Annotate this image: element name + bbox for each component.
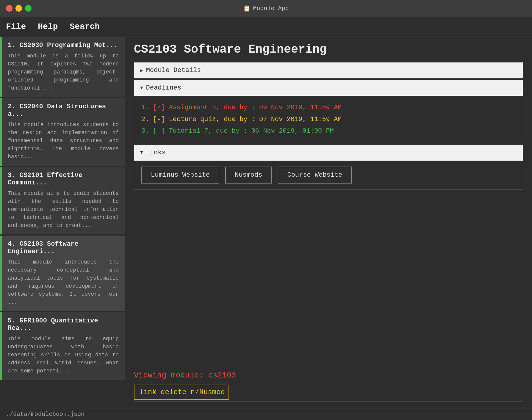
minimize-button[interactable] [15,5,22,12]
module-desc-3: This module aims to equip students with … [8,189,119,230]
menu-help[interactable]: Help [38,22,58,31]
deadlines-header[interactable]: ▼ Deadlines [134,80,523,96]
section-links: ▼ Links Luminus Website Nusmods Course W… [134,145,523,190]
module-title-2: 2. CS2040 Data Structures a... [8,103,119,118]
titlebar: 📋 Module App [0,0,532,17]
triangle-down-links-icon: ▼ [140,150,143,155]
deadline-item-2: 2. [-] Lecture quiz, due by : 07 Nov 201… [141,114,516,126]
triangle-right-icon: ▶ [140,68,143,73]
luminus-button[interactable]: Luminus Website [141,167,219,184]
window-controls [6,5,32,12]
detail-panel: CS2103 Software Engineering ▶ Module Det… [125,37,532,408]
section-module-details: ▶ Module Details [134,62,523,79]
input-underline [134,402,523,402]
links-header[interactable]: ▼ Links [134,145,523,161]
module-item-5[interactable]: 5. GER1000 Quantitative Rea... This modu… [0,312,125,380]
module-details-label: Module Details [146,67,201,74]
module-title-1: 1. CS2030 Programming Met... [8,42,119,49]
module-title-4: 4. CS2103 Software Engineeri... [8,240,119,255]
module-list: 1. CS2030 Programming Met... This module… [0,37,125,408]
menubar: File Help Search [0,17,532,37]
close-button[interactable] [6,5,12,12]
links-label: Links [146,149,166,156]
app-icon: 📋 [243,5,251,12]
maximize-button[interactable] [25,5,32,12]
module-item-4[interactable]: 4. CS2103 Software Engineeri... This mod… [0,236,125,311]
triangle-down-icon: ▼ [140,85,143,91]
menu-file[interactable]: File [6,22,26,31]
module-details-header[interactable]: ▶ Module Details [134,62,523,78]
filepath-label: ./data/modulebook.json [6,411,85,418]
deadlines-content: 1. [✓] Assignment 3, due by : 09 Nov 201… [134,96,523,143]
module-title-3: 3. CS2101 Effective Communi... [8,172,119,187]
command-input[interactable] [134,385,229,400]
main-content: 1. CS2030 Programming Met... This module… [0,37,532,408]
course-title: CS2103 Software Engineering [134,43,523,56]
status-bar: ./data/modulebook.json [0,408,532,420]
deadline-item-3: 3. [ ] Tutorial 7, due by : 06 Nov 2019,… [141,125,516,137]
viewing-module-text: Viewing module: cs2103 [134,371,523,380]
status-area: Viewing module: cs2103 [134,365,523,402]
module-item-1[interactable]: 1. CS2030 Programming Met... This module… [0,37,125,97]
module-desc-4: This module introduces the necessary con… [8,258,119,306]
module-item-2[interactable]: 2. CS2040 Data Structures a... This modu… [0,98,125,166]
course-website-button[interactable]: Course Website [278,167,352,184]
module-desc-1: This module is a follow up to CS1010. It… [8,52,119,92]
window-title: 📋 Module App [243,5,289,12]
module-code-highlight: cs2103 [208,371,236,380]
module-title-5: 5. GER1000 Quantitative Rea... [8,317,119,332]
menu-search[interactable]: Search [70,22,100,31]
nusmods-button[interactable]: Nusmods [225,167,272,184]
module-desc-5: This module aims to equip undergraduates… [8,335,119,375]
deadlines-label: Deadlines [146,84,181,92]
module-desc-2: This module introduces students to the d… [8,121,119,161]
module-item-3[interactable]: 3. CS2101 Effective Communi... This modu… [0,167,125,234]
links-content: Luminus Website Nusmods Course Website [134,161,523,189]
deadline-item-1: 1. [✓] Assignment 3, due by : 09 Nov 201… [141,102,516,114]
section-deadlines: ▼ Deadlines 1. [✓] Assignment 3, due by … [134,80,523,143]
